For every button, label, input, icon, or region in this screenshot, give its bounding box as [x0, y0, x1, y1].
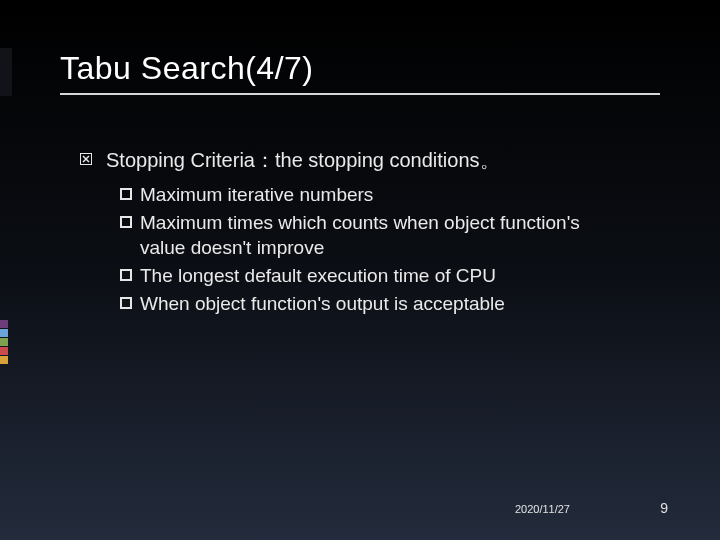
accent-tick: [0, 329, 8, 337]
box-bullet-icon: [120, 269, 132, 281]
box-bullet-icon: [120, 297, 132, 309]
body-content: Stopping Criteria：the stopping condition…: [60, 147, 660, 316]
slide-title: Tabu Search(4/7): [60, 50, 660, 87]
accent-ticks: [0, 320, 8, 365]
accent-tick: [0, 347, 8, 355]
title-area: Tabu Search(4/7): [60, 50, 660, 105]
bullet-marker-icon: [80, 153, 92, 165]
footer-date: 2020/11/27: [515, 503, 570, 515]
accent-tick: [0, 320, 8, 328]
sub-item-text: Maximum times which counts when object f…: [140, 210, 610, 261]
box-bullet-icon: [120, 188, 132, 200]
list-item: The longest default execution time of CP…: [120, 263, 610, 289]
sublist: Maximum iterative numbers Maximum times …: [120, 182, 610, 316]
list-item: When object function's output is accepta…: [120, 291, 610, 317]
title-underline: [60, 93, 660, 95]
main-bullet-row: Stopping Criteria：the stopping condition…: [80, 147, 660, 174]
slide: Tabu Search(4/7) Stopping Criteria：the s…: [0, 0, 720, 540]
accent-tick: [0, 338, 8, 346]
main-point-text: Stopping Criteria：the stopping condition…: [106, 147, 500, 174]
sub-item-text: When object function's output is accepta…: [140, 291, 610, 317]
box-bullet-icon: [120, 216, 132, 228]
accent-tick: [0, 356, 8, 364]
corner-accent: [0, 48, 12, 96]
footer-page-number: 9: [660, 500, 668, 516]
sub-item-text: Maximum iterative numbers: [140, 182, 610, 208]
sub-item-text: The longest default execution time of CP…: [140, 263, 610, 289]
list-item: Maximum times which counts when object f…: [120, 210, 610, 261]
list-item: Maximum iterative numbers: [120, 182, 610, 208]
